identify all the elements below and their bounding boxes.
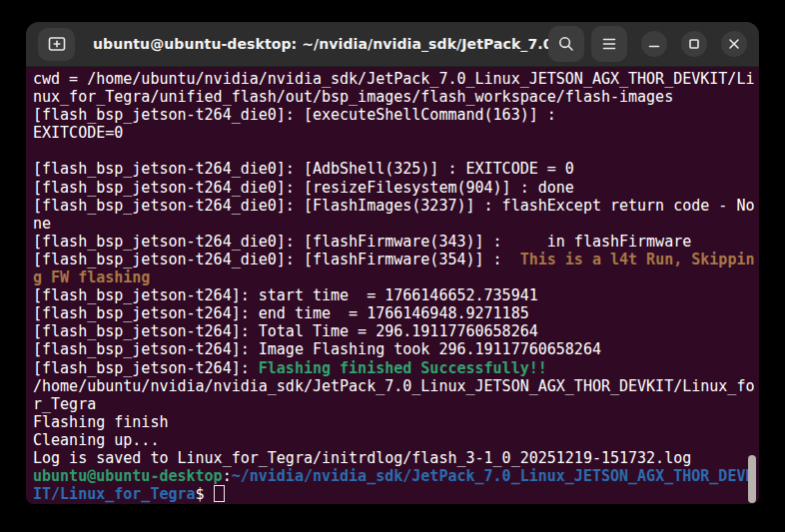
search-icon — [557, 35, 575, 53]
maximize-icon — [687, 37, 701, 51]
close-icon — [727, 37, 741, 51]
terminal-line: Flashing finish — [33, 413, 755, 431]
search-button[interactable] — [548, 26, 584, 62]
terminal-line: ubuntu@ubuntu-desktop:~/nvidia/nvidia_sd… — [33, 467, 755, 485]
log-text: [flash_bsp_jetson-t264]: start time = 17… — [33, 286, 538, 304]
terminal-line: ne — [33, 215, 755, 233]
titlebar[interactable]: ubuntu@ubuntu-desktop: ~/nvidia/nvidia_s… — [26, 22, 759, 67]
terminal-line: [flash_bsp_jetson-t264]: Flashing finish… — [33, 359, 755, 377]
terminal-line: Log is saved to Linux_for_Tegra/initrdlo… — [33, 449, 755, 467]
menu-button[interactable] — [591, 26, 627, 62]
warning-text: This is a l4t Run, Skippin — [520, 251, 755, 268]
prompt-user-host: ubuntu@ubuntu-desktop — [33, 467, 223, 485]
log-text: [flash_bsp_jetson-t264_die0]: [AdbShell(… — [33, 160, 574, 178]
terminal-line: [flash_bsp_jetson-t264_die0]: [FlashImag… — [33, 197, 755, 215]
minimize-icon — [647, 37, 661, 51]
scrollbar-thumb[interactable] — [748, 455, 756, 503]
terminal-line: [flash_bsp_jetson-t264]: start time = 17… — [33, 286, 755, 304]
terminal-line: Cleaning up... — [33, 431, 755, 449]
log-text: Log is saved to Linux_for_Tegra/initrdlo… — [33, 449, 691, 467]
terminal-line: EXITCODE=0 — [33, 124, 755, 142]
log-text: [flash_bsp_jetson-t264_die0]: [flashFirm… — [33, 251, 520, 268]
terminal-cursor[interactable] — [214, 485, 225, 502]
terminal-line: [flash_bsp_jetson-t264_die0]: [executeSh… — [33, 106, 755, 124]
log-text: Cleaning up... — [33, 431, 159, 449]
terminal-line-blank — [33, 142, 755, 160]
terminal-line: /home/ubuntu/nvidia/nvidia_sdk/JetPack_7… — [33, 377, 755, 395]
prompt-dollar: $ — [196, 485, 214, 503]
terminal-line: r_Tegra — [33, 395, 755, 413]
log-text: nux_for_Tegra/unified_flash/out/bsp_imag… — [33, 88, 673, 106]
terminal-line: cwd = /home/ubuntu/nvidia/nvidia_sdk/Jet… — [33, 70, 755, 88]
maximize-button[interactable] — [681, 31, 707, 57]
window-title: ubuntu@ubuntu-desktop: ~/nvidia/nvidia_s… — [93, 36, 548, 52]
terminal-line: [flash_bsp_jetson-t264_die0]: [resizeFil… — [33, 179, 755, 197]
terminal-line: [flash_bsp_jetson-t264_die0]: [flashFirm… — [33, 233, 755, 251]
terminal-line: nux_for_Tegra/unified_flash/out/bsp_imag… — [33, 88, 755, 106]
terminal-line: [flash_bsp_jetson-t264]: end time = 1766… — [33, 304, 755, 322]
log-text: [flash_bsp_jetson-t264_die0]: [flashFirm… — [33, 233, 691, 251]
log-text: /home/ubuntu/nvidia/nvidia_sdk/JetPack_7… — [33, 377, 754, 395]
terminal-line: [flash_bsp_jetson-t264]: Total Time = 29… — [33, 322, 755, 340]
log-text: [flash_bsp_jetson-t264]: — [33, 359, 259, 377]
terminal-line: [flash_bsp_jetson-t264]: Image Flashing … — [33, 340, 755, 358]
prompt-path: ~/nvidia/nvidia_sdk/JetPack_7.0_Linux_JE… — [232, 467, 755, 485]
terminal-line: [flash_bsp_jetson-t264_die0]: [AdbShell(… — [33, 160, 755, 178]
warning-text: g FW flashing — [33, 268, 150, 286]
log-text: Flashing finish — [33, 413, 168, 431]
success-text: Flashing finished Successfully!! — [259, 359, 547, 377]
log-text: [flash_bsp_jetson-t264]: end time = 1766… — [33, 304, 529, 322]
prompt-separator: : — [223, 467, 232, 485]
log-text: EXITCODE=0 — [33, 124, 123, 142]
log-text: [flash_bsp_jetson-t264_die0]: [FlashImag… — [33, 197, 754, 215]
log-text: [flash_bsp_jetson-t264]: Total Time = 29… — [33, 322, 538, 340]
log-text: ne — [33, 215, 51, 233]
log-text: [flash_bsp_jetson-t264_die0]: [resizeFil… — [33, 179, 574, 197]
terminal-output[interactable]: cwd = /home/ubuntu/nvidia/nvidia_sdk/Jet… — [26, 67, 759, 504]
hamburger-menu-icon — [601, 37, 617, 51]
prompt-path: IT/Linux_for_Tegra — [33, 485, 196, 503]
terminal-line: g FW flashing — [33, 268, 755, 286]
minimize-button[interactable] — [641, 31, 667, 57]
close-button[interactable] — [721, 31, 747, 57]
log-text: [flash_bsp_jetson-t264_die0]: [executeSh… — [33, 106, 556, 124]
log-text: r_Tegra — [33, 395, 96, 413]
terminal-window: ubuntu@ubuntu-desktop: ~/nvidia/nvidia_s… — [26, 22, 759, 504]
tab-plus-icon — [48, 36, 66, 52]
terminal-line: [flash_bsp_jetson-t264_die0]: [flashFirm… — [33, 251, 755, 268]
terminal-line: IT/Linux_for_Tegra$ — [33, 485, 755, 503]
log-text: [flash_bsp_jetson-t264]: Image Flashing … — [33, 340, 601, 358]
new-tab-button[interactable] — [38, 28, 75, 61]
log-text: cwd = /home/ubuntu/nvidia/nvidia_sdk/Jet… — [33, 70, 754, 88]
